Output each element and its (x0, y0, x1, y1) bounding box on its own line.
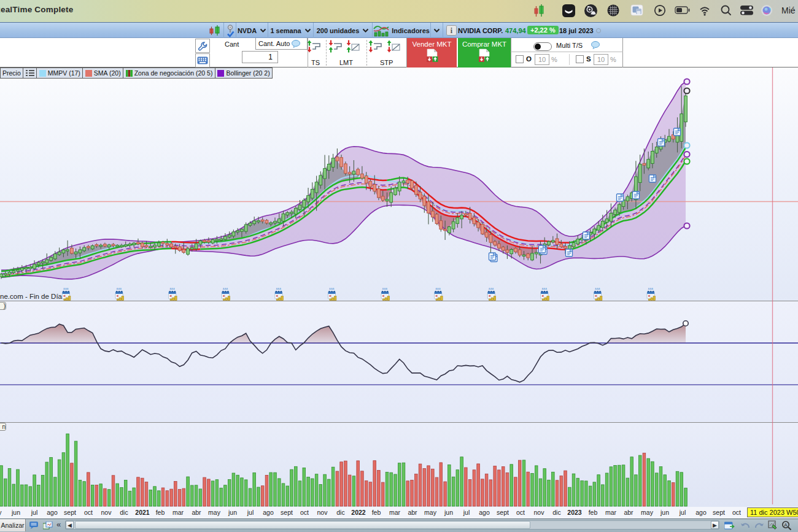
svg-text:AAA: AAA (63, 287, 69, 290)
svg-text:AAA: AAA (489, 287, 494, 290)
svg-text:AAA: AAA (117, 287, 122, 290)
svg-text:AAA: AAA (435, 287, 441, 290)
svg-text:AAA: AAA (595, 287, 600, 290)
svg-text:AAA: AAA (541, 287, 547, 290)
svg-text:A: A (784, 522, 788, 528)
svg-text:AAA: AAA (169, 287, 175, 290)
svg-text:AAA: AAA (329, 287, 335, 290)
svg-text:AAA: AAA (648, 287, 654, 290)
svg-text:AAA: AAA (223, 287, 228, 290)
svg-text:AAA: AAA (276, 287, 281, 290)
svg-text:AAA: AAA (382, 287, 388, 290)
